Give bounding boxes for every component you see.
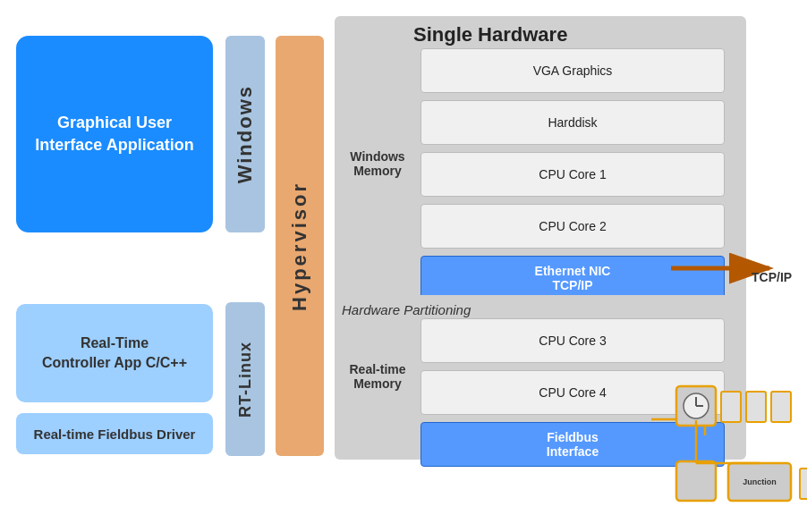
svg-rect-9 — [746, 392, 766, 422]
hardware-partitioning-title: Hardware Partitioning — [342, 302, 739, 317]
tcpip-label: TCP/IP — [752, 270, 792, 284]
harddisk-box: Harddisk — [420, 100, 725, 145]
cpu-core2-box: CPU Core 2 — [420, 204, 725, 249]
rt-controller-block: Real-Time Controller App C/C++ — [16, 304, 213, 402]
svg-rect-10 — [771, 392, 791, 422]
vga-graphics-box: VGA Graphics — [420, 48, 725, 93]
fieldbus-connector-lines — [675, 420, 807, 474]
cpu-core3-box: CPU Core 3 — [420, 318, 725, 363]
hypervisor-strip: Hypervisor — [276, 36, 324, 456]
diagram: Single Hardware Windows Memory VGA Graph… — [0, 0, 807, 532]
rt-memory-label: Real-time Memory — [342, 318, 413, 435]
single-hardware-title: Single Hardware — [413, 23, 739, 46]
svg-text:Junction: Junction — [743, 477, 777, 486]
gui-app-block: Graphical User Interface Application — [16, 36, 213, 232]
cpu-core1-box: CPU Core 1 — [420, 152, 725, 197]
svg-rect-8 — [721, 392, 741, 422]
rtlinux-strip: RT-Linux — [225, 302, 265, 456]
rt-fieldbus-block: Real-time Fieldbus Driver — [16, 413, 213, 454]
windows-strip: Windows — [225, 36, 265, 232]
windows-memory-label: Windows Memory — [342, 48, 413, 279]
